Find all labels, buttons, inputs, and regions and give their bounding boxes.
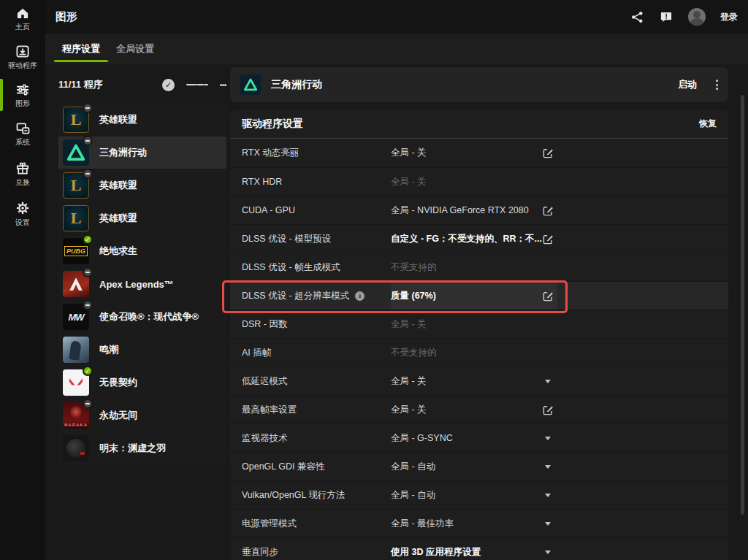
chevron-down-icon[interactable]: [541, 494, 555, 497]
setting-label: DLSS 优设 - 帧生成模式: [242, 261, 340, 274]
setting-row-8[interactable]: 低延迟模式 全局 - 关: [230, 367, 728, 395]
setting-value: 全局 - 关: [391, 139, 557, 167]
setting-row-7[interactable]: AI 插帧 不受支持的: [230, 338, 728, 367]
setting-row-0[interactable]: RTX 动态亮丽 全局 - 关: [230, 139, 728, 167]
game-name: 三角洲行动: [99, 146, 147, 159]
sidebar-item-label: 主页: [15, 22, 30, 32]
setting-row-3[interactable]: DLSS 优设 - 模型预设 自定义 - FG：不受支持的、RR：不...: [230, 224, 728, 253]
avatar[interactable]: [688, 8, 706, 26]
sidebar-item-redeem[interactable]: 兑换: [0, 162, 45, 188]
setting-label: DLSS 优设 - 模型预设: [242, 233, 331, 245]
game-icon-valorant: ✓: [63, 369, 89, 396]
feedback-icon[interactable]: [659, 9, 673, 24]
share-icon[interactable]: [630, 9, 644, 24]
list-item-mingmo-10[interactable]: 明末：渊虚之羽: [58, 432, 226, 464]
setting-row-12[interactable]: Vulkan/OpenGL 现行方法 全局 - 自动: [230, 480, 728, 509]
circle-check-icon[interactable]: ✓: [162, 79, 175, 91]
graphics-sliders-icon: [16, 84, 29, 96]
setting-value: 全局 - 自动: [391, 453, 557, 480]
game-name: Apex Legends™: [99, 279, 174, 290]
filter-icon[interactable]: [186, 83, 208, 87]
setting-label: CUDA - GPU: [242, 205, 295, 215]
list-item-lol-2[interactable]: L 英雄联盟: [58, 169, 226, 202]
setting-row-13[interactable]: 电源管理模式 全局 - 最佳功率: [230, 509, 728, 537]
setting-row-11[interactable]: OpenGL GDI 兼容性 全局 - 自动: [230, 452, 728, 480]
sidebar-item-home[interactable]: 主页: [0, 7, 45, 32]
list-item-naraka-9[interactable]: NARAKA 永劫无间: [58, 399, 226, 431]
tab-global-settings[interactable]: 全局设置: [108, 34, 162, 64]
driver-settings-card: 驱动程序设置 恢复 RTX 动态亮丽 全局 - 关 RTX HDR 全局 - 关…: [230, 110, 728, 560]
game-name: 绝地求生: [99, 245, 137, 258]
chevron-down-icon[interactable]: [541, 437, 555, 440]
edit-icon[interactable]: [541, 205, 555, 216]
list-item-wuwa-7[interactable]: 鸣潮: [58, 334, 226, 366]
game-icon-lol: L: [63, 107, 89, 133]
setting-row-2[interactable]: CUDA - GPU 全局 - NVIDIA GeForce RTX 2080: [230, 196, 728, 224]
setting-row-10[interactable]: 监视器技术 全局 - G-SYNC: [230, 423, 728, 452]
list-item-mw-6[interactable]: MW 使命召唤®：现代战争®: [58, 301, 226, 333]
setting-value: 全局 - 关: [391, 396, 557, 423]
list-item-valorant-8[interactable]: ✓ 无畏契约: [58, 367, 226, 399]
list-item-apex-5[interactable]: Apex Legends™: [58, 268, 226, 300]
driver-settings-rows: RTX 动态亮丽 全局 - 关 RTX HDR 全局 - 关 CUDA - GP…: [230, 139, 728, 560]
system-icon: [16, 123, 30, 134]
chevron-down-icon[interactable]: [541, 465, 555, 469]
setting-label: DLSS 优设 - 超分辨率模式: [242, 290, 349, 302]
setting-label: 垂直同步: [242, 546, 278, 559]
edit-icon[interactable]: [541, 147, 555, 158]
check-badge-icon: ✓: [83, 234, 93, 245]
kebab-menu-icon[interactable]: [220, 83, 226, 88]
check-badge-icon: ✓: [83, 366, 93, 376]
tab-program-settings[interactable]: 程序设置: [54, 34, 108, 64]
sidebar-item-drivers[interactable]: 驱动程序: [0, 45, 45, 71]
setting-row-5[interactable]: DLSS 优设 - 超分辨率模式 i 质量 (67%): [230, 281, 728, 310]
setting-row-1[interactable]: RTX HDR 全局 - 关: [230, 167, 728, 196]
setting-value: 自定义 - FG：不受支持的、RR：不...: [391, 225, 557, 253]
sidebar-item-settings[interactable]: 设置: [0, 202, 45, 228]
page-title: 图形: [56, 10, 77, 24]
game-icon-lol: L: [63, 172, 89, 199]
restore-button[interactable]: 恢复: [699, 118, 717, 130]
setting-value: 全局 - 最佳功率: [391, 510, 557, 537]
setting-value: 使用 3D 应用程序设置: [391, 538, 557, 560]
setting-row-4[interactable]: DLSS 优设 - 帧生成模式 不受支持的: [230, 253, 728, 281]
game-name: 英雄联盟: [99, 113, 137, 126]
setting-value: 全局 - 关: [391, 168, 557, 196]
game-icon-mw: MW: [63, 304, 89, 330]
list-item-lol-0[interactable]: L 英雄联盟: [58, 104, 226, 136]
sidebar-item-graphics[interactable]: 图形: [0, 84, 45, 109]
game-name: 使命召唤®：现代战争®: [99, 310, 199, 323]
edit-icon[interactable]: [541, 404, 555, 415]
info-icon[interactable]: i: [355, 291, 365, 301]
chevron-down-icon[interactable]: [541, 380, 555, 383]
list-item-pubg-4[interactable]: PUBG✓ 绝地求生: [58, 235, 226, 267]
launch-button[interactable]: 启动: [675, 74, 700, 96]
sidebar-item-label: 系统: [15, 137, 30, 147]
game-name: 明末：渊虚之羽: [99, 442, 166, 455]
list-item-delta-1[interactable]: 三角洲行动: [58, 137, 226, 169]
setting-row-14[interactable]: 垂直同步 使用 3D 应用程序设置: [230, 537, 728, 560]
scrollbar-thumb[interactable]: [741, 95, 744, 515]
remove-badge-icon: [83, 267, 93, 277]
sidebar-item-system[interactable]: 系统: [0, 123, 45, 147]
list-item-lol-3[interactable]: L 英雄联盟: [58, 202, 226, 234]
game-icon-mingmo: [63, 435, 89, 461]
chevron-down-icon[interactable]: [541, 551, 555, 554]
settings-gear-icon: [16, 202, 29, 215]
setting-row-9[interactable]: 最高帧率设置 全局 - 关: [230, 395, 728, 423]
remove-badge-icon: [83, 136, 93, 146]
home-icon: [16, 7, 29, 19]
sidebar-item-label: 设置: [15, 218, 30, 228]
game-name: 无畏契约: [99, 376, 137, 389]
login-button[interactable]: 登录: [720, 11, 738, 23]
game-kebab-menu-icon[interactable]: [716, 78, 718, 92]
redeem-gift-icon: [16, 162, 29, 174]
edit-icon[interactable]: [541, 291, 555, 302]
chevron-down-icon[interactable]: [541, 522, 555, 526]
topbar-actions: 登录: [630, 0, 738, 34]
nvidia-app-window: 主页 驱动程序 图形 系统 兑换: [0, 0, 748, 560]
setting-row-6[interactable]: DSR - 因数 全局 - 关: [230, 310, 728, 338]
game-icon-lol: L: [63, 205, 89, 231]
edit-icon[interactable]: [541, 234, 555, 245]
game-icon-apex: [63, 271, 89, 297]
